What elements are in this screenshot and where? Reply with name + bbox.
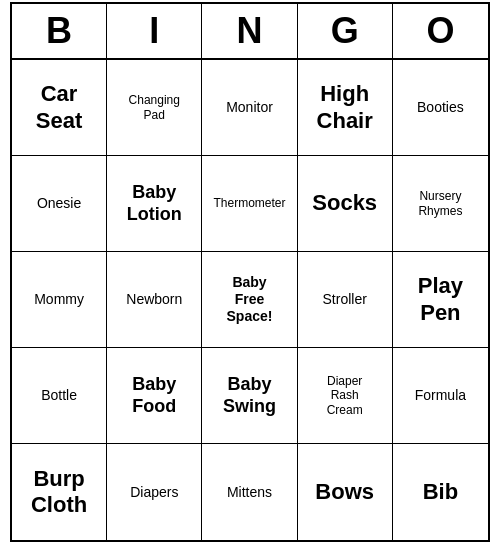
bingo-cell-6: BabyLotion xyxy=(107,156,202,252)
bingo-header: BINGO xyxy=(12,4,488,60)
cell-text-6: BabyLotion xyxy=(127,182,182,225)
cell-text-11: Newborn xyxy=(126,291,182,308)
header-letter-b: B xyxy=(12,4,107,58)
bingo-cell-11: Newborn xyxy=(107,252,202,348)
bingo-cell-14: PlayPen xyxy=(393,252,488,348)
cell-text-17: BabySwing xyxy=(223,374,276,417)
cell-text-14: PlayPen xyxy=(418,273,463,326)
bingo-cell-5: Onesie xyxy=(12,156,107,252)
bingo-cell-15: Bottle xyxy=(12,348,107,444)
cell-text-1: ChangingPad xyxy=(129,93,180,122)
bingo-cell-9: NurseryRhymes xyxy=(393,156,488,252)
cell-text-4: Booties xyxy=(417,99,464,116)
bingo-cell-2: Monitor xyxy=(202,60,297,156)
bingo-cell-1: ChangingPad xyxy=(107,60,202,156)
header-letter-g: G xyxy=(298,4,393,58)
cell-text-10: Mommy xyxy=(34,291,84,308)
cell-text-15: Bottle xyxy=(41,387,77,404)
cell-text-18: DiaperRashCream xyxy=(327,374,363,417)
bingo-cell-16: BabyFood xyxy=(107,348,202,444)
bingo-cell-10: Mommy xyxy=(12,252,107,348)
bingo-cell-22: Mittens xyxy=(202,444,297,540)
bingo-cell-12: BabyFreeSpace! xyxy=(202,252,297,348)
bingo-cell-18: DiaperRashCream xyxy=(298,348,393,444)
cell-text-7: Thermometer xyxy=(213,196,285,210)
cell-text-23: Bows xyxy=(315,479,374,505)
bingo-cell-4: Booties xyxy=(393,60,488,156)
header-letter-n: N xyxy=(202,4,297,58)
cell-text-0: CarSeat xyxy=(36,81,82,134)
cell-text-5: Onesie xyxy=(37,195,81,212)
bingo-cell-0: CarSeat xyxy=(12,60,107,156)
cell-text-12: BabyFreeSpace! xyxy=(227,274,273,324)
cell-text-22: Mittens xyxy=(227,484,272,501)
bingo-grid: CarSeatChangingPadMonitorHighChairBootie… xyxy=(12,60,488,540)
bingo-cell-3: HighChair xyxy=(298,60,393,156)
bingo-cell-19: Formula xyxy=(393,348,488,444)
cell-text-19: Formula xyxy=(415,387,466,404)
cell-text-2: Monitor xyxy=(226,99,273,116)
cell-text-20: BurpCloth xyxy=(31,466,87,519)
bingo-cell-8: Socks xyxy=(298,156,393,252)
header-letter-i: I xyxy=(107,4,202,58)
cell-text-8: Socks xyxy=(312,190,377,216)
cell-text-9: NurseryRhymes xyxy=(418,189,462,218)
cell-text-24: Bib xyxy=(423,479,458,505)
cell-text-16: BabyFood xyxy=(132,374,176,417)
bingo-cell-24: Bib xyxy=(393,444,488,540)
bingo-cell-7: Thermometer xyxy=(202,156,297,252)
bingo-cell-21: Diapers xyxy=(107,444,202,540)
bingo-cell-17: BabySwing xyxy=(202,348,297,444)
cell-text-3: HighChair xyxy=(317,81,373,134)
bingo-card: BINGO CarSeatChangingPadMonitorHighChair… xyxy=(10,2,490,542)
cell-text-13: Stroller xyxy=(323,291,367,308)
bingo-cell-13: Stroller xyxy=(298,252,393,348)
bingo-cell-20: BurpCloth xyxy=(12,444,107,540)
cell-text-21: Diapers xyxy=(130,484,178,501)
bingo-cell-23: Bows xyxy=(298,444,393,540)
header-letter-o: O xyxy=(393,4,488,58)
